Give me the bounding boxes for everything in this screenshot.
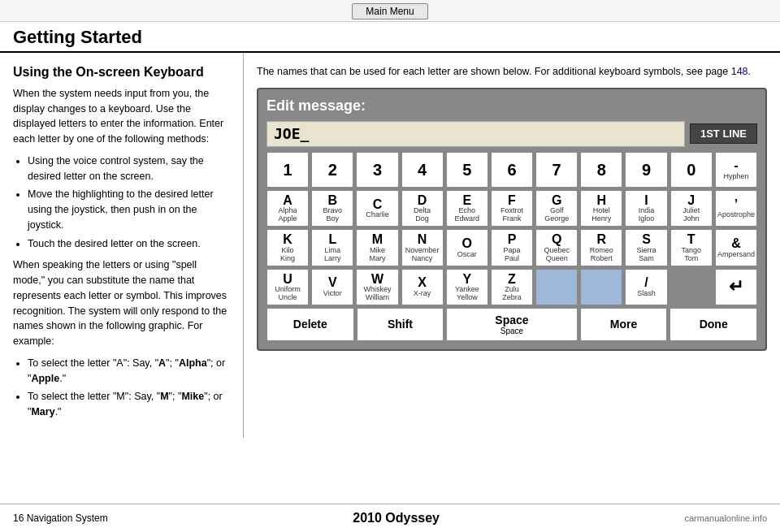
spell-mode-para: When speaking the letters or using "spel… — [13, 257, 230, 349]
keyboard-key[interactable]: YYankeeYellow — [446, 269, 488, 305]
keyboard-key[interactable]: UUniformUncle — [266, 269, 309, 305]
content-area: Using the On-screen Keyboard When the sy… — [0, 53, 780, 438]
keyboard-key[interactable]: 8 — [580, 152, 622, 188]
key-row: 1234567890-Hyphen — [266, 152, 757, 188]
keyboard-key[interactable]: BBravoBoy — [311, 190, 353, 227]
keyboard-key — [670, 269, 713, 305]
text-input[interactable]: JOE_ — [266, 121, 685, 147]
keyboard-key[interactable]: QQuebecQueen — [535, 229, 578, 266]
keyboard-key[interactable]: 9 — [625, 152, 667, 188]
top-menu-bar: Main Menu — [0, 0, 780, 22]
right-intro: The names that can be used for each lett… — [257, 64, 767, 80]
footer-page-number: 16 Navigation System — [13, 513, 108, 524]
right-column: The names that can be used for each lett… — [244, 53, 780, 438]
keyboard-key[interactable]: 0 — [670, 152, 713, 188]
keyboard-title: Edit message: — [266, 97, 757, 115]
bottom-key-more[interactable]: More — [580, 308, 668, 341]
example-item-a: To select the letter "A": Say, "A"; "Alp… — [28, 356, 230, 387]
input-row: JOE_ 1ST LINE — [266, 121, 757, 147]
keyboard-key[interactable]: EEchoEdward — [446, 190, 488, 227]
bottom-row: DeleteShiftSpaceSpaceMoreDone — [266, 308, 757, 341]
bottom-key-shift[interactable]: Shift — [357, 308, 444, 341]
keyboard-key[interactable]: PPapaPaul — [491, 229, 533, 266]
keyboard-key[interactable]: NNovemberNancy — [401, 229, 444, 266]
example-list: To select the letter "A": Say, "A"; "Alp… — [28, 356, 230, 420]
intro-text-before: The names that can be used for each lett… — [257, 66, 731, 77]
keyboard-key[interactable]: 6 — [491, 152, 533, 188]
keyboard-key[interactable]: /Slash — [625, 269, 667, 305]
keyboard-key[interactable]: JJulietJohn — [670, 190, 713, 227]
keyboard-key[interactable]: &Ampersand — [715, 229, 757, 266]
left-column: Using the On-screen Keyboard When the sy… — [0, 53, 244, 438]
key-grid: 1234567890-HyphenAAlphaAppleBBravoBoyCCh… — [266, 152, 757, 305]
page-link[interactable]: 148 — [731, 66, 748, 77]
footer-website: carmanualonline.info — [684, 513, 767, 523]
main-menu-button[interactable]: Main Menu — [352, 3, 427, 19]
keyboard-key[interactable]: 5 — [446, 152, 488, 188]
key-row: KKiloKingLLimaLarryMMikeMaryNNovemberNan… — [266, 229, 757, 266]
keyboard-key[interactable]: RRomeoRobert — [580, 229, 622, 266]
page-title: Getting Started — [13, 27, 142, 47]
keyboard-key[interactable]: 2 — [311, 152, 353, 188]
list-item: Move the highlighting to the desired let… — [28, 187, 230, 232]
list-item: Using the voice control system, say the … — [28, 154, 230, 184]
section-heading: Using the On-screen Keyboard — [13, 64, 230, 81]
keyboard-key[interactable]: SSierraSam — [625, 229, 667, 266]
keyboard-key[interactable]: XX-ray — [401, 269, 444, 305]
keyboard-key[interactable]: WWhiskeyWilliam — [356, 269, 398, 305]
page-footer: 16 Navigation System 2010 Odyssey carman… — [0, 504, 780, 532]
keyboard-key[interactable]: KKiloKing — [266, 229, 309, 266]
key-row: UUniformUncleVVictorWWhiskeyWilliamXX-ra… — [266, 269, 757, 305]
bottom-key-done[interactable]: Done — [670, 308, 757, 341]
page-header: Getting Started — [0, 22, 780, 53]
key-row: AAlphaAppleBBravoBoyCCharlieDDeltaDogEEc… — [266, 190, 757, 227]
keyboard-key[interactable]: -Hyphen — [715, 152, 757, 188]
keyboard-key[interactable]: 7 — [535, 152, 578, 188]
line-button[interactable]: 1ST LINE — [690, 123, 757, 144]
keyboard-key[interactable]: AAlphaApple — [266, 190, 309, 227]
keyboard-key[interactable]: VVictor — [311, 269, 353, 305]
intro-para: When the system needs input from you, th… — [13, 86, 230, 147]
bottom-key-delete[interactable]: Delete — [266, 308, 354, 341]
example-item-m: To select the letter "M": Say, "M"; "Mik… — [28, 389, 230, 420]
intro-text-after: . — [748, 66, 751, 77]
keyboard-key[interactable]: 1 — [266, 152, 309, 188]
keyboard-key[interactable] — [580, 269, 622, 305]
keyboard-key[interactable]: ’Apostrophe — [715, 190, 757, 227]
keyboard-key[interactable]: CCharlie — [356, 190, 398, 227]
keyboard-key[interactable]: FFoxtrotFrank — [491, 190, 533, 227]
keyboard-key[interactable]: HHotelHenry — [580, 190, 622, 227]
keyboard-key[interactable]: 4 — [401, 152, 444, 188]
bottom-key-space[interactable]: SpaceSpace — [446, 308, 577, 341]
keyboard-key[interactable]: DDeltaDog — [401, 190, 444, 227]
keyboard-key[interactable]: LLimaLarry — [311, 229, 353, 266]
keyboard-key[interactable]: MMikeMary — [356, 229, 398, 266]
keyboard-key[interactable]: ZZuluZebra — [491, 269, 533, 305]
method-list: Using the voice control system, say the … — [28, 154, 230, 252]
keyboard-key[interactable]: IIndiaIgloo — [625, 190, 667, 227]
keyboard-key[interactable]: TTangoTom — [670, 229, 713, 266]
keyboard-key[interactable]: 3 — [356, 152, 398, 188]
list-item: Touch the desired letter on the screen. — [28, 236, 230, 252]
keyboard-key[interactable]: ↵ — [715, 269, 757, 305]
page-wrapper: Main Menu Getting Started Using the On-s… — [0, 0, 780, 532]
keyboard-key[interactable]: OOscar — [446, 229, 488, 266]
keyboard-key[interactable] — [535, 269, 578, 305]
footer-title: 2010 Odyssey — [353, 511, 440, 526]
keyboard-panel: Edit message: JOE_ 1ST LINE 1234567890-H… — [257, 88, 767, 351]
keyboard-key[interactable]: GGolfGeorge — [535, 190, 578, 227]
